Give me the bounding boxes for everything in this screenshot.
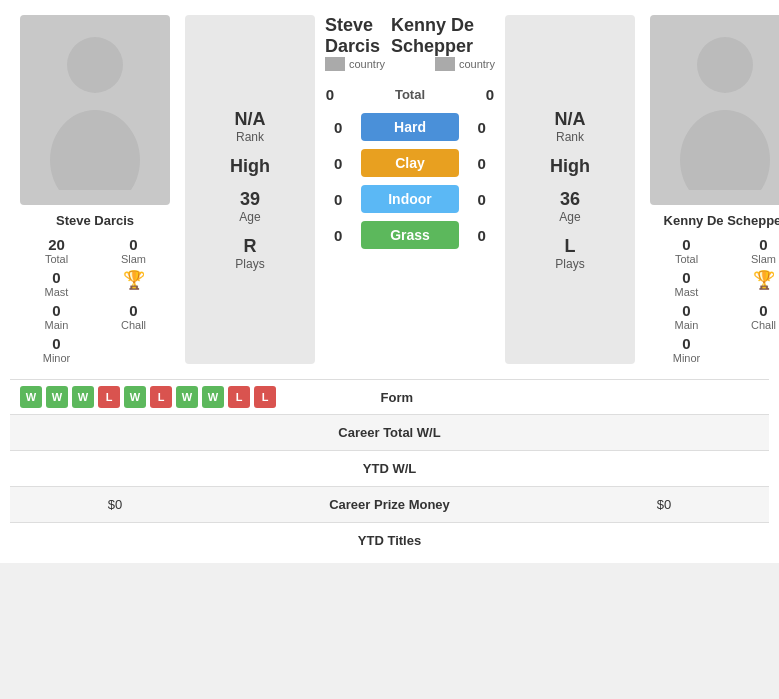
form-badge-l: L: [150, 386, 172, 408]
right-stat-chall: 0 Chall: [727, 302, 779, 331]
hard-right-score: 0: [469, 119, 495, 136]
right-rank: N/A Rank: [555, 109, 586, 144]
left-player-avatar: [20, 15, 170, 205]
grass-right-score: 0: [469, 227, 495, 244]
hard-row: 0 Hard 0: [325, 113, 495, 141]
form-badge-l: L: [98, 386, 120, 408]
total-left-score: 0: [315, 86, 345, 103]
left-trophy-icon: 🏆: [97, 269, 170, 298]
left-age: 39 Age: [239, 189, 260, 224]
indoor-button[interactable]: Indoor: [361, 185, 458, 213]
left-player-card: Steve Darcis 20 Total 0 Slam 0 Mast 🏆: [10, 15, 180, 364]
players-comparison-section: Steve Darcis 20 Total 0 Slam 0 Mast 🏆: [0, 0, 779, 374]
form-label: Form: [276, 390, 518, 405]
ytd-wl-label: YTD W/L: [25, 461, 754, 476]
right-stat-mast: 0 Mast: [650, 269, 723, 298]
left-high: High: [230, 156, 270, 177]
form-badge-w: W: [124, 386, 146, 408]
form-badge-w: W: [176, 386, 198, 408]
left-stat-minor: 0 Minor: [20, 335, 93, 364]
form-badge-w: W: [202, 386, 224, 408]
left-stat-main: 0 Main: [20, 302, 93, 331]
prize-money-left: $0: [25, 497, 205, 512]
ytd-titles-row: YTD Titles: [10, 522, 769, 558]
left-player-name: Steve Darcis: [56, 213, 134, 228]
hard-button[interactable]: Hard: [361, 113, 458, 141]
form-badge-w: W: [46, 386, 68, 408]
left-name-header: Steve Darcis: [325, 15, 391, 57]
right-middle-stats: N/A Rank High 36 Age L Plays: [505, 15, 635, 364]
right-player-avatar: [650, 15, 779, 205]
right-age: 36 Age: [559, 189, 580, 224]
hard-left-score: 0: [325, 119, 351, 136]
left-plays: R Plays: [235, 236, 264, 271]
left-country: country: [325, 57, 391, 71]
names-flags-row: Steve Darcis country Kenny De Schepper c…: [325, 15, 495, 71]
career-wl-row: Career Total W/L: [10, 414, 769, 450]
left-player-stats: 20 Total 0 Slam 0 Mast 🏆 0 Main: [20, 236, 170, 364]
right-stat-main: 0 Main: [650, 302, 723, 331]
total-row: 0 Total 0: [315, 86, 505, 103]
left-stat-slam: 0 Slam: [97, 236, 170, 265]
right-trophy-icon: 🏆: [727, 269, 779, 298]
left-stat-total: 20 Total: [20, 236, 93, 265]
grass-left-score: 0: [325, 227, 351, 244]
right-player-header: Kenny De Schepper country: [391, 15, 495, 71]
right-stat-total: 0 Total: [650, 236, 723, 265]
prize-money-label: Career Prize Money: [205, 497, 574, 512]
clay-left-score: 0: [325, 155, 351, 172]
ytd-titles-label: YTD Titles: [25, 533, 754, 548]
grass-button[interactable]: Grass: [361, 221, 458, 249]
clay-button[interactable]: Clay: [361, 149, 458, 177]
form-badge-l: L: [254, 386, 276, 408]
form-badge-w: W: [72, 386, 94, 408]
total-right-score: 0: [475, 86, 505, 103]
bottom-section: WWWLWLWWLL Form Career Total W/L YTD W/L…: [0, 374, 779, 563]
form-badge-w: W: [20, 386, 42, 408]
right-stat-slam: 0 Slam: [727, 236, 779, 265]
left-stat-chall: 0 Chall: [97, 302, 170, 331]
form-badges: WWWLWLWWLL: [20, 386, 276, 408]
left-middle-stats: N/A Rank High 39 Age R Plays: [185, 15, 315, 364]
indoor-right-score: 0: [469, 191, 495, 208]
form-badge-l: L: [228, 386, 250, 408]
grass-row: 0 Grass 0: [325, 221, 495, 249]
right-plays: L Plays: [555, 236, 584, 271]
left-player-header: Steve Darcis country: [325, 15, 391, 71]
right-country: country: [435, 57, 495, 71]
svg-point-3: [680, 110, 770, 190]
left-stat-mast: 0 Mast: [20, 269, 93, 298]
clay-row: 0 Clay 0: [325, 149, 495, 177]
clay-right-score: 0: [469, 155, 495, 172]
svg-point-0: [67, 37, 123, 93]
svg-point-2: [697, 37, 753, 93]
left-rank: N/A Rank: [235, 109, 266, 144]
surface-rows: 0 Hard 0 0 Clay 0 0 Indoor 0 0 Grass: [325, 113, 495, 249]
career-wl-label: Career Total W/L: [25, 425, 754, 440]
right-high: High: [550, 156, 590, 177]
total-label: Total: [355, 87, 465, 102]
right-player-stats: 0 Total 0 Slam 0 Mast 🏆 0 Main: [650, 236, 779, 364]
right-player-card: Kenny De Schepper 0 Total 0 Slam 0 Mast …: [640, 15, 779, 364]
right-name-header: Kenny De Schepper: [391, 15, 495, 57]
svg-point-1: [50, 110, 140, 190]
prize-money-right: $0: [574, 497, 754, 512]
right-player-name: Kenny De Schepper: [664, 213, 779, 228]
indoor-left-score: 0: [325, 191, 351, 208]
prize-money-row: $0 Career Prize Money $0: [10, 486, 769, 522]
indoor-row: 0 Indoor 0: [325, 185, 495, 213]
ytd-wl-row: YTD W/L: [10, 450, 769, 486]
right-stat-minor: 0 Minor: [650, 335, 723, 364]
center-section: Steve Darcis country Kenny De Schepper c…: [320, 15, 500, 364]
form-row: WWWLWLWWLL Form: [10, 379, 769, 414]
